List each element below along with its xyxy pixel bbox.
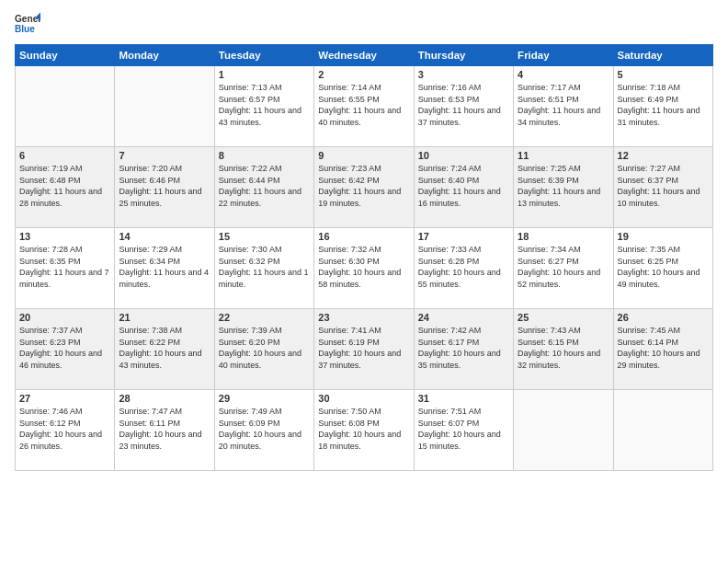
- cell-content: Sunrise: 7:33 AM Sunset: 6:28 PM Dayligh…: [418, 244, 509, 290]
- cell-content: Sunrise: 7:41 AM Sunset: 6:19 PM Dayligh…: [318, 325, 409, 371]
- calendar-cell: 21Sunrise: 7:38 AM Sunset: 6:22 PM Dayli…: [115, 309, 214, 390]
- cell-content: Sunrise: 7:17 AM Sunset: 6:51 PM Dayligh…: [518, 82, 609, 128]
- day-number: 31: [418, 393, 509, 404]
- cell-content: Sunrise: 7:29 AM Sunset: 6:34 PM Dayligh…: [119, 244, 210, 290]
- calendar-cell: [115, 66, 214, 147]
- day-number: 10: [418, 150, 509, 161]
- day-number: 29: [219, 393, 310, 404]
- day-number: 18: [518, 231, 609, 242]
- weekday-header-saturday: Saturday: [613, 45, 712, 66]
- day-number: 7: [119, 150, 210, 161]
- cell-content: Sunrise: 7:19 AM Sunset: 6:48 PM Dayligh…: [19, 163, 110, 209]
- cell-content: Sunrise: 7:49 AM Sunset: 6:09 PM Dayligh…: [219, 406, 310, 452]
- calendar-cell: 5Sunrise: 7:18 AM Sunset: 6:49 PM Daylig…: [613, 66, 712, 147]
- calendar-cell: 31Sunrise: 7:51 AM Sunset: 6:07 PM Dayli…: [414, 390, 513, 471]
- cell-content: Sunrise: 7:25 AM Sunset: 6:39 PM Dayligh…: [518, 163, 609, 209]
- weekday-header-monday: Monday: [115, 45, 214, 66]
- calendar-cell: 29Sunrise: 7:49 AM Sunset: 6:09 PM Dayli…: [214, 390, 313, 471]
- day-number: 27: [19, 393, 110, 404]
- cell-content: Sunrise: 7:50 AM Sunset: 6:08 PM Dayligh…: [318, 406, 409, 452]
- calendar-cell: [514, 390, 613, 471]
- cell-content: Sunrise: 7:20 AM Sunset: 6:46 PM Dayligh…: [119, 163, 210, 209]
- calendar-cell: 16Sunrise: 7:32 AM Sunset: 6:30 PM Dayli…: [314, 228, 414, 309]
- day-number: 23: [318, 312, 409, 323]
- calendar-cell: 19Sunrise: 7:35 AM Sunset: 6:25 PM Dayli…: [613, 228, 712, 309]
- calendar-cell: 18Sunrise: 7:34 AM Sunset: 6:27 PM Dayli…: [514, 228, 613, 309]
- day-number: 17: [418, 231, 509, 242]
- header: General Blue: [15, 11, 713, 37]
- day-number: 25: [518, 312, 609, 323]
- cell-content: Sunrise: 7:45 AM Sunset: 6:14 PM Dayligh…: [618, 325, 709, 371]
- cell-content: Sunrise: 7:14 AM Sunset: 6:55 PM Dayligh…: [318, 82, 409, 128]
- logo: General Blue: [15, 11, 40, 37]
- cell-content: Sunrise: 7:43 AM Sunset: 6:15 PM Dayligh…: [518, 325, 609, 371]
- calendar-table: SundayMondayTuesdayWednesdayThursdayFrid…: [15, 44, 713, 471]
- cell-content: Sunrise: 7:23 AM Sunset: 6:42 PM Dayligh…: [318, 163, 409, 209]
- cell-content: Sunrise: 7:51 AM Sunset: 6:07 PM Dayligh…: [418, 406, 509, 452]
- cell-content: Sunrise: 7:38 AM Sunset: 6:22 PM Dayligh…: [119, 325, 210, 371]
- calendar-cell: 26Sunrise: 7:45 AM Sunset: 6:14 PM Dayli…: [613, 309, 712, 390]
- day-number: 21: [119, 312, 210, 323]
- cell-content: Sunrise: 7:18 AM Sunset: 6:49 PM Dayligh…: [618, 82, 709, 128]
- calendar-week-row: 6Sunrise: 7:19 AM Sunset: 6:48 PM Daylig…: [16, 147, 713, 228]
- calendar-cell: 12Sunrise: 7:27 AM Sunset: 6:37 PM Dayli…: [613, 147, 712, 228]
- weekday-header-sunday: Sunday: [16, 45, 115, 66]
- day-number: 12: [618, 150, 709, 161]
- day-number: 13: [19, 231, 110, 242]
- calendar-cell: [613, 390, 712, 471]
- calendar-cell: 22Sunrise: 7:39 AM Sunset: 6:20 PM Dayli…: [214, 309, 313, 390]
- calendar-week-row: 1Sunrise: 7:13 AM Sunset: 6:57 PM Daylig…: [16, 66, 713, 147]
- cell-content: Sunrise: 7:27 AM Sunset: 6:37 PM Dayligh…: [618, 163, 709, 209]
- cell-content: Sunrise: 7:34 AM Sunset: 6:27 PM Dayligh…: [518, 244, 609, 290]
- calendar-cell: 27Sunrise: 7:46 AM Sunset: 6:12 PM Dayli…: [16, 390, 115, 471]
- calendar-cell: 1Sunrise: 7:13 AM Sunset: 6:57 PM Daylig…: [214, 66, 313, 147]
- weekday-header-row: SundayMondayTuesdayWednesdayThursdayFrid…: [16, 45, 713, 66]
- day-number: 20: [19, 312, 110, 323]
- day-number: 8: [219, 150, 310, 161]
- day-number: 19: [618, 231, 709, 242]
- day-number: 9: [318, 150, 409, 161]
- calendar-cell: 30Sunrise: 7:50 AM Sunset: 6:08 PM Dayli…: [314, 390, 414, 471]
- cell-content: Sunrise: 7:24 AM Sunset: 6:40 PM Dayligh…: [418, 163, 509, 209]
- calendar-cell: 4Sunrise: 7:17 AM Sunset: 6:51 PM Daylig…: [514, 66, 613, 147]
- day-number: 16: [318, 231, 409, 242]
- cell-content: Sunrise: 7:32 AM Sunset: 6:30 PM Dayligh…: [318, 244, 409, 290]
- calendar-cell: 6Sunrise: 7:19 AM Sunset: 6:48 PM Daylig…: [16, 147, 115, 228]
- day-number: 2: [318, 69, 409, 80]
- calendar-cell: 7Sunrise: 7:20 AM Sunset: 6:46 PM Daylig…: [115, 147, 214, 228]
- page: General Blue SundayMondayTuesdayWednesda…: [0, 0, 728, 563]
- cell-content: Sunrise: 7:46 AM Sunset: 6:12 PM Dayligh…: [19, 406, 110, 452]
- cell-content: Sunrise: 7:42 AM Sunset: 6:17 PM Dayligh…: [418, 325, 509, 371]
- day-number: 28: [119, 393, 210, 404]
- weekday-header-tuesday: Tuesday: [214, 45, 313, 66]
- calendar-cell: 11Sunrise: 7:25 AM Sunset: 6:39 PM Dayli…: [514, 147, 613, 228]
- cell-content: Sunrise: 7:16 AM Sunset: 6:53 PM Dayligh…: [418, 82, 509, 128]
- svg-text:General: General: [15, 14, 40, 24]
- cell-content: Sunrise: 7:39 AM Sunset: 6:20 PM Dayligh…: [219, 325, 310, 371]
- calendar-cell: 14Sunrise: 7:29 AM Sunset: 6:34 PM Dayli…: [115, 228, 214, 309]
- calendar-cell: 2Sunrise: 7:14 AM Sunset: 6:55 PM Daylig…: [314, 66, 414, 147]
- calendar-cell: 28Sunrise: 7:47 AM Sunset: 6:11 PM Dayli…: [115, 390, 214, 471]
- day-number: 22: [219, 312, 310, 323]
- calendar-week-row: 13Sunrise: 7:28 AM Sunset: 6:35 PM Dayli…: [16, 228, 713, 309]
- cell-content: Sunrise: 7:47 AM Sunset: 6:11 PM Dayligh…: [119, 406, 210, 452]
- calendar-cell: 15Sunrise: 7:30 AM Sunset: 6:32 PM Dayli…: [214, 228, 313, 309]
- calendar-week-row: 27Sunrise: 7:46 AM Sunset: 6:12 PM Dayli…: [16, 390, 713, 471]
- cell-content: Sunrise: 7:28 AM Sunset: 6:35 PM Dayligh…: [19, 244, 110, 290]
- calendar-cell: 10Sunrise: 7:24 AM Sunset: 6:40 PM Dayli…: [414, 147, 513, 228]
- weekday-header-friday: Friday: [514, 45, 613, 66]
- calendar-cell: 20Sunrise: 7:37 AM Sunset: 6:23 PM Dayli…: [16, 309, 115, 390]
- day-number: 5: [618, 69, 709, 80]
- day-number: 24: [418, 312, 509, 323]
- day-number: 3: [418, 69, 509, 80]
- day-number: 1: [219, 69, 310, 80]
- calendar-week-row: 20Sunrise: 7:37 AM Sunset: 6:23 PM Dayli…: [16, 309, 713, 390]
- weekday-header-wednesday: Wednesday: [314, 45, 414, 66]
- svg-text:Blue: Blue: [15, 24, 35, 34]
- day-number: 15: [219, 231, 310, 242]
- day-number: 30: [318, 393, 409, 404]
- calendar-cell: 25Sunrise: 7:43 AM Sunset: 6:15 PM Dayli…: [514, 309, 613, 390]
- day-number: 6: [19, 150, 110, 161]
- day-number: 4: [518, 69, 609, 80]
- calendar-cell: 13Sunrise: 7:28 AM Sunset: 6:35 PM Dayli…: [16, 228, 115, 309]
